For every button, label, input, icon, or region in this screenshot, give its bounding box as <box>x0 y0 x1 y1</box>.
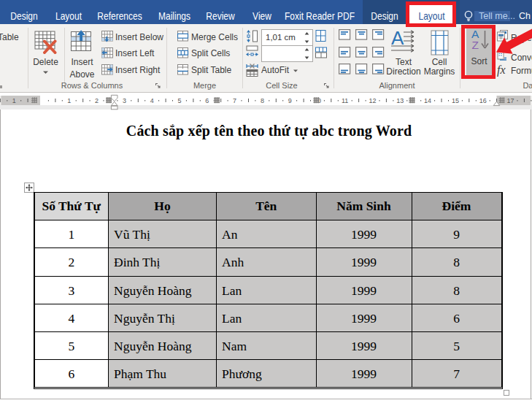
svg-text:6: 6 <box>205 97 209 104</box>
svg-text:9: 9 <box>288 97 292 104</box>
svg-text:14: 14 <box>424 97 431 104</box>
svg-text:16: 16 <box>479 97 487 104</box>
svg-text:5: 5 <box>177 97 181 104</box>
svg-text:7: 7 <box>233 97 236 104</box>
svg-text:1: 1 <box>67 97 71 104</box>
svg-text:15: 15 <box>452 97 459 104</box>
svg-text:3: 3 <box>123 97 126 104</box>
svg-text:17: 17 <box>506 97 514 104</box>
svg-text:4: 4 <box>150 97 154 104</box>
svg-text:13: 13 <box>396 97 404 104</box>
svg-text:11: 11 <box>342 97 348 104</box>
svg-text:12: 12 <box>369 97 376 104</box>
svg-text:8: 8 <box>261 97 264 104</box>
svg-text:1: 1 <box>12 97 16 104</box>
svg-text:2: 2 <box>95 97 99 104</box>
